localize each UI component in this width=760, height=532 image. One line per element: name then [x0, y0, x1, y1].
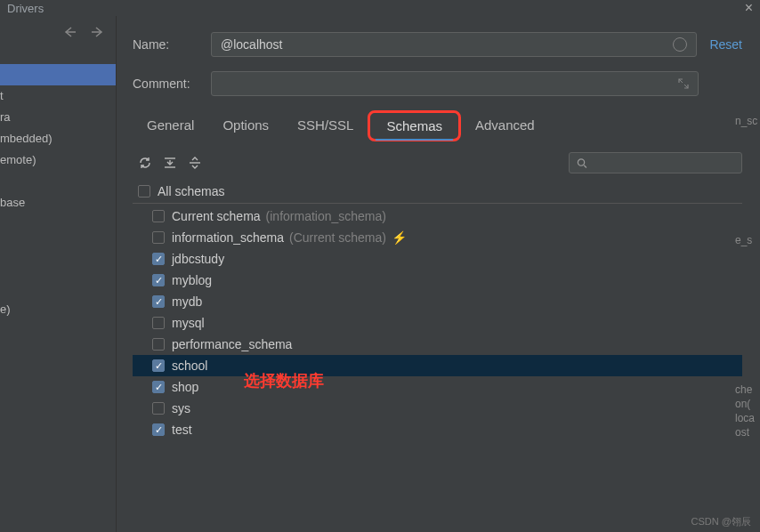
schema-label: Current schema: [172, 209, 261, 223]
tab-options[interactable]: Options: [208, 110, 283, 141]
all-schemas-label: All schemas: [158, 184, 224, 198]
schema-extra: (information_schema): [266, 209, 386, 223]
sidebar-item[interactable]: t: [0, 85, 116, 107]
name-input[interactable]: @localhost: [211, 32, 697, 57]
schema-row[interactable]: mydb: [133, 291, 742, 312]
nav-arrows: [0, 27, 116, 37]
schema-row[interactable]: mysql: [133, 312, 742, 334]
sidebar-item[interactable]: emote): [0, 149, 116, 171]
checkbox[interactable]: [152, 338, 165, 351]
checkbox[interactable]: [152, 402, 165, 415]
expand-tree-icon[interactable]: [188, 156, 202, 170]
tab-advanced[interactable]: Advanced: [461, 110, 549, 141]
window-title: Drivers: [7, 2, 44, 15]
tab-general[interactable]: General: [133, 110, 208, 141]
bolt-icon: ⚡: [392, 230, 407, 245]
schema-row[interactable]: shop: [133, 376, 742, 398]
checkbox[interactable]: [152, 317, 165, 329]
sidebar-item[interactable]: mbedded): [0, 128, 116, 149]
schema-label: test: [172, 423, 192, 437]
schema-label: jdbcstudy: [172, 252, 224, 266]
tabs: General Options SSH/SSL Schemas Advanced: [133, 110, 742, 141]
strip-text: n_sc: [735, 114, 757, 128]
checkbox[interactable]: [152, 423, 165, 436]
forward-icon[interactable]: [91, 27, 103, 37]
comment-input[interactable]: [211, 71, 699, 96]
schema-row[interactable]: myblog: [133, 270, 742, 291]
right-strip: n_sce_scheon(locaost: [732, 43, 760, 439]
comment-label: Comment:: [133, 77, 211, 91]
schema-list: All schemas Current schema(information_s…: [133, 181, 742, 440]
name-label: Name:: [133, 37, 211, 52]
sidebar-item[interactable]: ra: [0, 107, 116, 128]
schema-row[interactable]: Current schema(information_schema): [133, 206, 742, 227]
back-icon[interactable]: [64, 27, 77, 37]
sidebar-item[interactable]: [0, 171, 116, 192]
checkbox[interactable]: [152, 295, 165, 308]
schema-label: mydb: [172, 294, 202, 309]
all-schemas-row[interactable]: All schemas: [133, 181, 742, 204]
sidebar-item[interactable]: [0, 278, 116, 299]
schema-label: information_schema: [172, 230, 284, 245]
schema-label: performance_schema: [172, 337, 292, 351]
strip-text: on(: [735, 397, 750, 411]
sidebar-item[interactable]: base: [0, 192, 116, 214]
strip-text: loca: [735, 411, 755, 425]
sidebar-item[interactable]: [0, 64, 116, 85]
sidebar-item[interactable]: [0, 256, 116, 278]
main-panel: Name: @localhost Reset Comment: General …: [117, 16, 760, 532]
schema-search-input[interactable]: [591, 157, 734, 170]
svg-line-9: [584, 165, 586, 167]
refresh-icon[interactable]: [138, 156, 152, 170]
tab-schemas[interactable]: Schemas: [368, 110, 461, 141]
checkbox[interactable]: [152, 359, 165, 372]
sidebar-item[interactable]: e): [0, 299, 116, 320]
schema-extra: (Current schema): [289, 230, 386, 245]
collapse-icon[interactable]: [163, 156, 177, 170]
schema-row[interactable]: test: [133, 419, 742, 440]
svg-point-8: [578, 158, 584, 165]
color-icon[interactable]: [673, 37, 687, 52]
schema-row[interactable]: sys: [133, 398, 742, 419]
checkbox[interactable]: [152, 381, 165, 393]
schema-row[interactable]: jdbcstudy: [133, 248, 742, 270]
schema-search[interactable]: [569, 152, 742, 173]
checkbox[interactable]: [152, 231, 165, 244]
tab-sshssl[interactable]: SSH/SSL: [283, 110, 368, 141]
checkbox[interactable]: [152, 210, 165, 222]
sidebar-item[interactable]: [0, 214, 116, 235]
strip-text: che: [735, 383, 752, 397]
sidebar: trambedded)emote)basee): [0, 16, 117, 532]
schema-row[interactable]: performance_schema: [133, 334, 742, 355]
schema-label: school: [172, 359, 207, 373]
close-icon[interactable]: ×: [745, 0, 753, 16]
strip-text: ost: [735, 425, 749, 439]
sidebar-item[interactable]: [0, 235, 116, 256]
expand-icon[interactable]: [678, 78, 689, 89]
checkbox[interactable]: [152, 253, 165, 265]
name-value: @localhost: [221, 37, 282, 52]
schema-label: shop: [172, 380, 198, 394]
checkbox[interactable]: [152, 274, 165, 286]
strip-text: e_s: [735, 233, 752, 247]
search-icon: [577, 157, 587, 169]
schema-label: sys: [172, 401, 190, 415]
schema-row[interactable]: information_schema(Current schema)⚡: [133, 227, 742, 248]
schema-label: mysql: [172, 316, 205, 330]
schema-row[interactable]: school: [133, 355, 742, 376]
schema-label: myblog: [172, 273, 212, 287]
checkbox[interactable]: [138, 185, 150, 197]
watermark: CSDN @翎辰: [691, 515, 751, 528]
